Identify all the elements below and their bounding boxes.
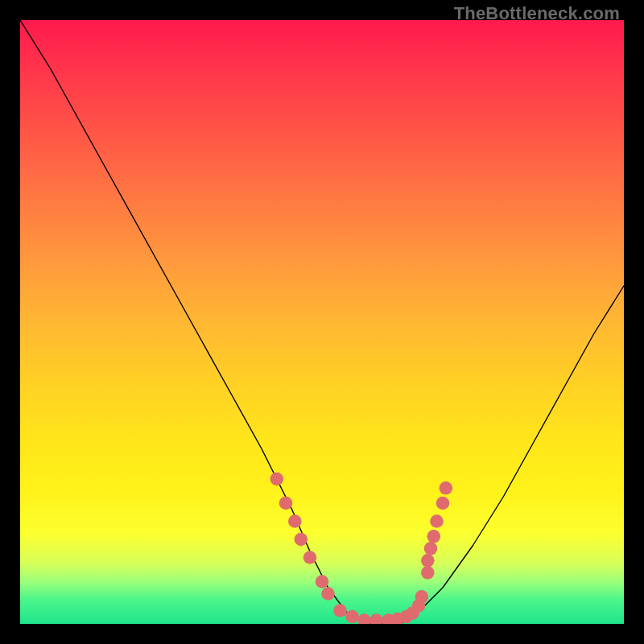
curve-marker	[345, 610, 359, 624]
curve-marker	[421, 554, 435, 568]
chart-overlay	[20, 20, 624, 624]
curve-marker	[288, 514, 302, 528]
curve-marker	[295, 533, 308, 547]
chart-frame: TheBottleneck.com	[0, 0, 644, 644]
curve-marker	[357, 613, 371, 624]
curve-marker	[421, 566, 435, 580]
curve-marker	[369, 613, 383, 624]
curve-marker	[427, 530, 441, 543]
curve-marker	[430, 514, 444, 528]
curve-marker	[333, 604, 347, 617]
curve-marker	[303, 551, 317, 564]
curve-markers	[270, 473, 453, 624]
curve-marker	[440, 481, 453, 495]
curve-marker	[321, 587, 335, 601]
curve-marker	[424, 542, 438, 555]
bottleneck-curve	[20, 20, 624, 624]
curve-marker	[415, 590, 429, 604]
curve-marker	[279, 497, 293, 510]
curve-marker	[270, 473, 284, 486]
curve-marker	[436, 497, 450, 510]
curve-marker	[316, 575, 329, 588]
